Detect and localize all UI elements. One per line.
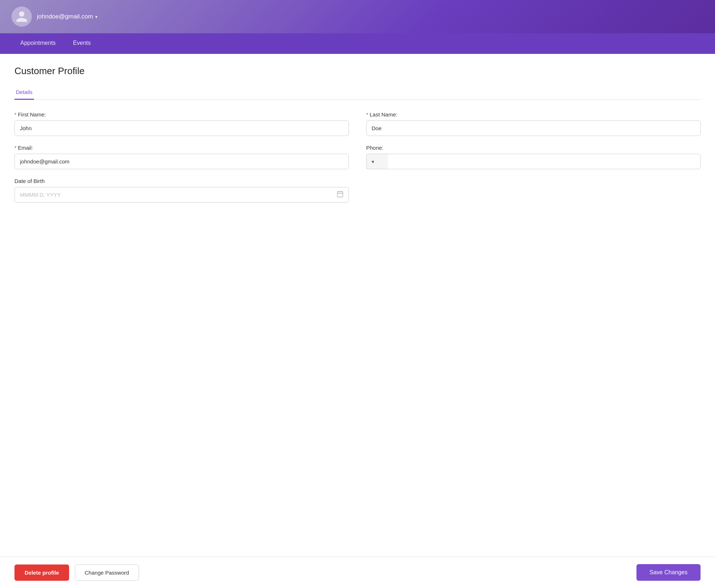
email-input[interactable] [14,154,349,169]
first-name-required-star: * [14,112,16,118]
first-name-label: * First Name: [14,111,349,118]
profile-form: * First Name: * Last Name: * Email: Phon… [14,111,701,211]
change-password-button[interactable]: Change Password [75,564,139,581]
phone-field-wrapper: ▾ [366,154,701,169]
user-email-text: johndoe@gmail.com [37,13,93,20]
dob-input[interactable] [14,187,349,203]
app-header: johndoe@gmail.com ▾ [0,0,715,33]
user-email-dropdown[interactable]: johndoe@gmail.com ▾ [37,13,98,20]
last-name-label: * Last Name: [366,111,701,118]
nav-item-appointments[interactable]: Appointments [12,33,64,54]
chevron-down-icon: ▾ [372,159,374,165]
user-icon [15,10,28,23]
chevron-down-icon: ▾ [95,14,98,20]
delete-profile-button[interactable]: Delete profile [14,564,69,581]
phone-country-dropdown[interactable]: ▾ [366,154,388,169]
phone-label: Phone: [366,145,701,151]
nav-item-events[interactable]: Events [64,33,100,54]
email-group: * Email: [14,145,349,169]
email-required-star: * [14,145,16,151]
dob-wrapper [14,187,349,203]
footer: Delete profile Change Password Save Chan… [0,557,715,588]
email-label: * Email: [14,145,349,151]
last-name-input[interactable] [366,120,701,136]
page-title: Customer Profile [14,65,701,77]
avatar [12,7,32,27]
navbar: Appointments Events [0,33,715,54]
phone-number-input[interactable] [388,154,701,169]
dob-label: Date of Birth [14,178,349,184]
tab-details[interactable]: Details [14,85,34,100]
save-changes-button[interactable]: Save Changes [636,564,701,581]
phone-group: Phone: ▾ [366,145,701,169]
dob-group: Date of Birth [14,178,349,203]
last-name-group: * Last Name: [366,111,701,136]
tab-bar: Details [14,85,701,100]
last-name-required-star: * [366,112,368,118]
first-name-input[interactable] [14,120,349,136]
main-content: Customer Profile Details * First Name: *… [0,54,715,588]
first-name-group: * First Name: [14,111,349,136]
